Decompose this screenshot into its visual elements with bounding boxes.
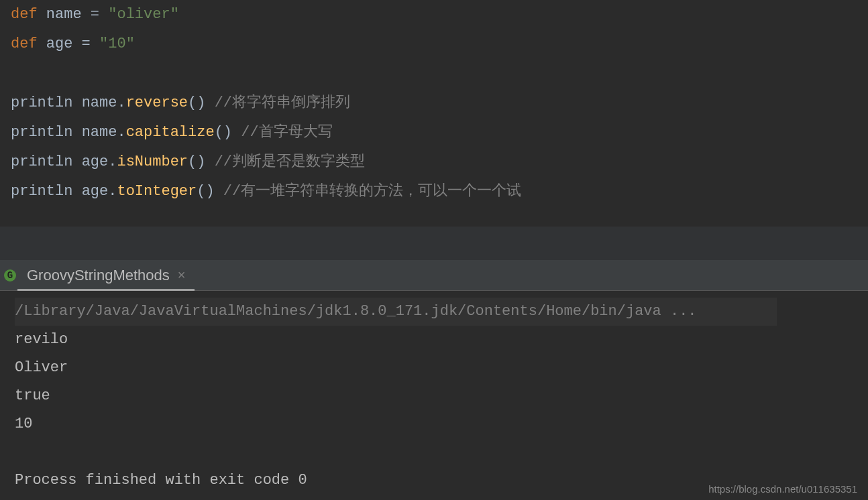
run-config-icon: G xyxy=(0,260,17,290)
code-token-str: "oliver" xyxy=(108,6,179,23)
code-token-punct: . xyxy=(108,183,117,200)
code-token-method: isNumber xyxy=(117,153,188,170)
code-line: println age.toInteger() //有一堆字符串转换的方法，可以… xyxy=(11,177,857,206)
code-line: def age = "10" xyxy=(11,29,857,59)
code-token-kw: def xyxy=(11,6,46,23)
console-line: Oliver xyxy=(15,354,857,382)
code-token-ident: println xyxy=(11,95,82,111)
code-token-punct: . xyxy=(117,124,125,141)
code-token-ident: age xyxy=(46,36,73,52)
close-icon[interactable]: × xyxy=(178,267,186,283)
code-token-ident: name xyxy=(46,6,82,23)
code-token-comment: //判断是否是数字类型 xyxy=(205,153,365,170)
code-token-kw: def xyxy=(11,36,46,52)
code-token-method: capitalize xyxy=(126,124,215,141)
run-tab-bar: G GroovyStringMethods × xyxy=(0,260,868,291)
code-line xyxy=(11,59,857,88)
code-token-str: "10" xyxy=(99,36,135,52)
console-line: true xyxy=(15,382,857,410)
code-token-ident: age xyxy=(82,183,109,200)
code-token-ident: name xyxy=(82,124,117,141)
code-token-comment: //将字符串倒序排列 xyxy=(205,95,350,111)
code-line: println age.isNumber() //判断是否是数字类型 xyxy=(11,147,857,177)
code-line: def name = "oliver" xyxy=(11,0,857,29)
code-token-punct: () xyxy=(188,153,205,170)
code-token-ident: println xyxy=(11,153,82,170)
code-token-ident: println xyxy=(11,124,82,141)
console-command-line: /Library/Java/JavaVirtualMachines/jdk1.8… xyxy=(15,298,777,326)
code-token-ident: name xyxy=(82,95,117,111)
run-tab[interactable]: GroovyStringMethods × xyxy=(17,260,195,290)
panel-separator xyxy=(0,227,868,260)
code-token-method: reverse xyxy=(126,95,188,111)
code-editor[interactable]: def name = "oliver"def age = "10" printl… xyxy=(0,0,868,227)
console-line xyxy=(15,438,857,466)
watermark: https://blog.csdn.net/u011635351 xyxy=(708,483,857,495)
run-tab-label: GroovyStringMethods xyxy=(27,267,170,284)
code-token-punct: () xyxy=(188,95,205,111)
code-line: println name.capitalize() //首字母大写 xyxy=(11,118,857,147)
code-token-punct: () xyxy=(215,124,232,141)
code-token-comment: //首字母大写 xyxy=(232,124,333,141)
code-token-ident: age xyxy=(82,153,109,170)
code-token-comment: //有一堆字符串转换的方法，可以一个一个试 xyxy=(215,183,522,200)
code-line: println name.reverse() //将字符串倒序排列 xyxy=(11,88,857,118)
code-token-method: toInteger xyxy=(117,183,197,200)
console-line: 10 xyxy=(15,410,857,438)
groovy-file-icon: G xyxy=(4,269,16,282)
console-output[interactable]: /Library/Java/JavaVirtualMachines/jdk1.8… xyxy=(0,291,868,495)
console-line: revilo xyxy=(15,326,857,354)
code-token-ident: println xyxy=(11,183,82,200)
code-token-eq: = xyxy=(72,36,99,52)
code-token-punct: . xyxy=(117,95,125,111)
code-token-punct: () xyxy=(197,183,214,200)
code-token-punct: . xyxy=(108,153,117,170)
code-token-eq: = xyxy=(82,6,109,23)
